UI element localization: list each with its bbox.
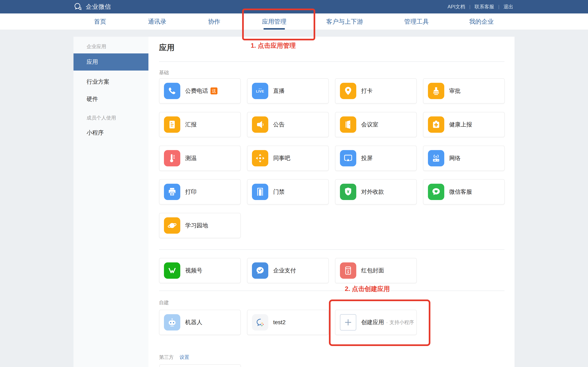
app-card[interactable]: 同事吧 xyxy=(247,146,329,171)
topbar-link[interactable]: 退出 xyxy=(503,3,514,10)
app-card[interactable]: 投屏 xyxy=(335,146,417,171)
planet-icon xyxy=(164,217,180,234)
app-card[interactable]: 公告 xyxy=(247,112,329,137)
brand-name: 企业微信 xyxy=(86,3,111,11)
first-aid-icon xyxy=(428,117,444,133)
app-card-label: 会议室 xyxy=(361,121,378,128)
app-card-label: 红包封面 xyxy=(361,267,384,275)
section-label-thirdparty: 第三方 xyxy=(159,354,174,360)
app-card[interactable]: 打印 xyxy=(159,179,241,205)
app-card[interactable]: 会议室 xyxy=(335,112,417,137)
live-icon: LIVE xyxy=(252,83,268,99)
nav-tab[interactable]: 管理工具 xyxy=(404,13,429,30)
gift-badge: 送 xyxy=(210,87,217,94)
router-icon xyxy=(428,150,444,166)
app-card[interactable]: 视频号 xyxy=(159,258,241,283)
page-panel: 企业应用应用行业方案硬件成员个人使用小程序 应用 1. 点击应用管理 基础 公费… xyxy=(73,37,515,367)
app-card-sublabel: 支持小程序 xyxy=(389,319,414,325)
nav-tab[interactable]: 应用管理 xyxy=(262,13,286,30)
app-grid-media: 视频号企业支付红包封面 xyxy=(159,258,505,283)
app-card-label: 同事吧 xyxy=(273,154,290,162)
sidebar-item-label: 应用 xyxy=(86,58,98,66)
link-separator: | xyxy=(498,4,499,9)
topbar-link[interactable]: 联系客服 xyxy=(474,3,495,10)
app-card-label: 对外收款 xyxy=(361,188,384,196)
topbar-link[interactable]: API文档 xyxy=(447,3,466,10)
app-card[interactable]: 测温 xyxy=(159,146,241,171)
app-card[interactable]: 红包封面 xyxy=(335,258,417,283)
wechat-service-icon xyxy=(428,184,444,200)
divider xyxy=(159,291,504,291)
app-card[interactable]: test2 xyxy=(247,310,329,335)
primary-nav: 首页通讯录协作应用管理客户与上下游管理工具我的企业 xyxy=(0,13,588,30)
app-card-label: 创建应用 xyxy=(361,318,384,326)
app-card-label: 健康上报 xyxy=(449,121,472,128)
app-card[interactable]: 创建应用·支持小程序 xyxy=(335,310,417,335)
location-pin-icon xyxy=(340,83,356,99)
app-card-label: 公费电话 xyxy=(185,87,208,95)
app-card-label: 网络 xyxy=(449,154,461,162)
sidebar-group-header: 企业应用 xyxy=(86,43,106,50)
app-card[interactable]: 公费电话送 xyxy=(159,78,241,104)
app-card-label: 门禁 xyxy=(273,188,285,196)
topbar-links: API文档|联系客服|退出 xyxy=(447,3,514,10)
app-card[interactable]: 汇报 xyxy=(159,112,241,137)
phone-icon xyxy=(164,83,180,99)
app-card[interactable]: 门禁 xyxy=(247,179,329,205)
sidebar: 企业应用应用行业方案硬件成员个人使用小程序 xyxy=(73,37,149,367)
app-grid-selfbuilt: 机器人test2创建应用·支持小程序 xyxy=(159,310,505,335)
nav-tab[interactable]: 通讯录 xyxy=(148,13,166,30)
app-card[interactable]: 打卡 xyxy=(335,78,417,104)
app-card[interactable]: 微信客服 xyxy=(423,179,505,205)
app-card[interactable]: ¥对外收款 xyxy=(335,179,417,205)
divider xyxy=(159,61,504,62)
sidebar-item-selected[interactable]: 应用 xyxy=(73,53,148,71)
wecom-logo-icon xyxy=(73,2,83,11)
brand: 企业微信 xyxy=(73,2,111,11)
thirdparty-row: 第三方 设置 xyxy=(159,354,189,360)
annotation-step1: 1. 点击应用管理 xyxy=(251,42,296,50)
page-title: 应用 xyxy=(159,42,174,53)
colleague-forum-icon xyxy=(252,150,268,166)
app-card-label: 微信客服 xyxy=(449,188,472,196)
app-card-label: 测温 xyxy=(185,154,197,162)
nav-tab[interactable]: 客户与上下游 xyxy=(326,13,363,30)
settings-link[interactable]: 设置 xyxy=(180,354,189,360)
app-card[interactable]: 审批 xyxy=(423,78,505,104)
divider xyxy=(159,249,504,250)
link-separator: | xyxy=(469,4,471,9)
sidebar-item[interactable]: 硬件 xyxy=(86,95,98,103)
app-card-label: 汇报 xyxy=(185,121,197,128)
app-card-label: 投屏 xyxy=(361,154,373,162)
app-card[interactable]: LIVE直播 xyxy=(247,78,329,104)
app-card[interactable]: 健康上报 xyxy=(423,112,505,137)
screen-cast-icon xyxy=(340,150,356,166)
app-card-label: 直播 xyxy=(273,87,285,95)
plus-icon xyxy=(340,314,356,331)
label-separator: · xyxy=(386,319,388,325)
payment-shield-icon: ¥ xyxy=(340,184,356,200)
wecom-app-icon xyxy=(252,314,268,331)
app-card-label: test2 xyxy=(273,319,286,325)
app-card[interactable]: 机器人 xyxy=(159,310,241,335)
nav-tab[interactable]: 首页 xyxy=(94,13,106,30)
app-card-label: 打印 xyxy=(185,188,197,196)
app-card[interactable]: 企业支付 xyxy=(247,258,329,283)
app-card-label: 机器人 xyxy=(185,318,202,326)
nav-tab[interactable]: 我的企业 xyxy=(469,13,494,30)
stamp-icon xyxy=(428,83,444,99)
annotation-step2: 2. 点击创建应用 xyxy=(345,285,390,293)
red-packet-icon xyxy=(340,262,356,279)
report-doc-icon xyxy=(164,117,180,133)
sidebar-item[interactable]: 小程序 xyxy=(86,129,104,137)
app-card-partial xyxy=(159,364,241,367)
sidebar-item[interactable]: 行业方案 xyxy=(86,78,109,86)
channels-icon xyxy=(164,262,180,279)
door-access-icon xyxy=(252,184,268,200)
nav-tab[interactable]: 协作 xyxy=(208,13,220,30)
robot-icon xyxy=(164,314,180,331)
topbar: 企业微信 API文档|联系客服|退出 xyxy=(0,0,588,13)
app-card[interactable]: 学习园地 xyxy=(159,213,241,238)
app-card[interactable]: 网络 xyxy=(423,146,505,171)
svg-text:LIVE: LIVE xyxy=(256,90,264,93)
